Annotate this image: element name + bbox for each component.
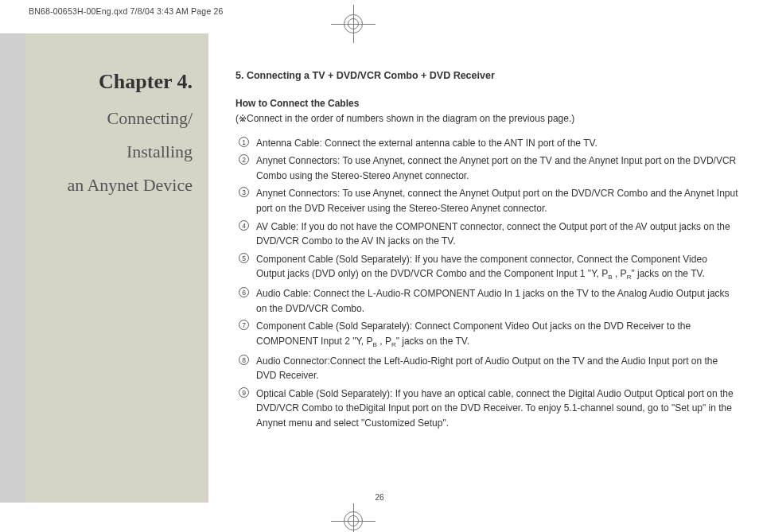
step-number-icon: 4 bbox=[239, 220, 249, 231]
step-text: AV Cable: If you do not have the COMPONE… bbox=[256, 221, 730, 247]
step-item: 8Audio Connector:Connect the Left-Audio-… bbox=[239, 354, 738, 383]
step-item: 3Anynet Connectors: To use Anynet, conne… bbox=[239, 186, 738, 216]
chapter-sidebar: Chapter 4. Connecting/ Installing an Any… bbox=[25, 33, 208, 503]
page-number: 26 bbox=[375, 493, 383, 502]
step-text: Audio Connector:Connect the Left-Audio-R… bbox=[256, 355, 718, 382]
chapter-title-line3: an Anynet Device bbox=[25, 169, 193, 202]
howto-heading: How to Connect the Cables bbox=[235, 96, 738, 111]
crop-mark-top bbox=[334, 5, 372, 43]
main-content: 5. Connecting a TV + DVD/VCR Combo + DVD… bbox=[235, 68, 738, 434]
step-number-icon: 2 bbox=[239, 154, 249, 165]
order-note: (※Connect in the order of numbers shown … bbox=[235, 111, 738, 126]
note-body: Connect in the order of numbers shown in… bbox=[247, 113, 574, 124]
step-item: 2Anynet Connectors: To use Anynet, conne… bbox=[239, 153, 738, 183]
step-number-icon: 6 bbox=[239, 287, 249, 297]
step-text: Component Cable (Sold Separately): If yo… bbox=[256, 254, 707, 280]
step-item: 1Antenna Cable: Connect the external ant… bbox=[239, 136, 738, 151]
note-symbol-icon: ※ bbox=[239, 113, 247, 124]
binding-edge bbox=[0, 33, 25, 503]
step-number-icon: 7 bbox=[239, 320, 249, 330]
step-item: 5Component Cable (Sold Separately): If y… bbox=[239, 252, 738, 283]
step-text: Anynet Connectors: To use Anynet, connec… bbox=[256, 155, 736, 181]
step-number-icon: 9 bbox=[239, 387, 249, 398]
step-item: 6Audio Cable: Connect the L-Audio-R COMP… bbox=[239, 286, 738, 316]
chapter-title-line2: Installing bbox=[25, 135, 193, 169]
step-text: Anynet Connectors: To use Anynet, connec… bbox=[256, 188, 738, 214]
step-item: 4AV Cable: If you do not have the COMPON… bbox=[239, 219, 738, 249]
step-number-icon: 3 bbox=[239, 187, 249, 197]
chapter-title-line1: Connecting/ bbox=[25, 102, 193, 135]
step-text: Component Cable (Sold Separately): Conne… bbox=[256, 320, 691, 347]
step-text: Optical Cable (Sold Separately): If you … bbox=[256, 388, 734, 429]
section-title: 5. Connecting a TV + DVD/VCR Combo + DVD… bbox=[235, 68, 738, 83]
crop-mark-bottom bbox=[334, 503, 372, 532]
step-item: 9Optical Cable (Sold Separately): If you… bbox=[239, 386, 738, 431]
step-number-icon: 1 bbox=[239, 137, 249, 147]
step-item: 7Component Cable (Sold Separately): Conn… bbox=[239, 319, 738, 350]
step-text: Antenna Cable: Connect the external ante… bbox=[256, 138, 597, 149]
step-text: Audio Cable: Connect the L-Audio-R COMPO… bbox=[256, 288, 730, 314]
print-header: BN68-00653H-00Eng.qxd 7/8/04 3:43 AM Pag… bbox=[29, 6, 224, 16]
step-number-icon: 5 bbox=[239, 253, 249, 263]
steps-list: 1Antenna Cable: Connect the external ant… bbox=[235, 136, 738, 431]
step-number-icon: 8 bbox=[239, 355, 249, 365]
chapter-number: Chapter 4. bbox=[25, 70, 193, 94]
